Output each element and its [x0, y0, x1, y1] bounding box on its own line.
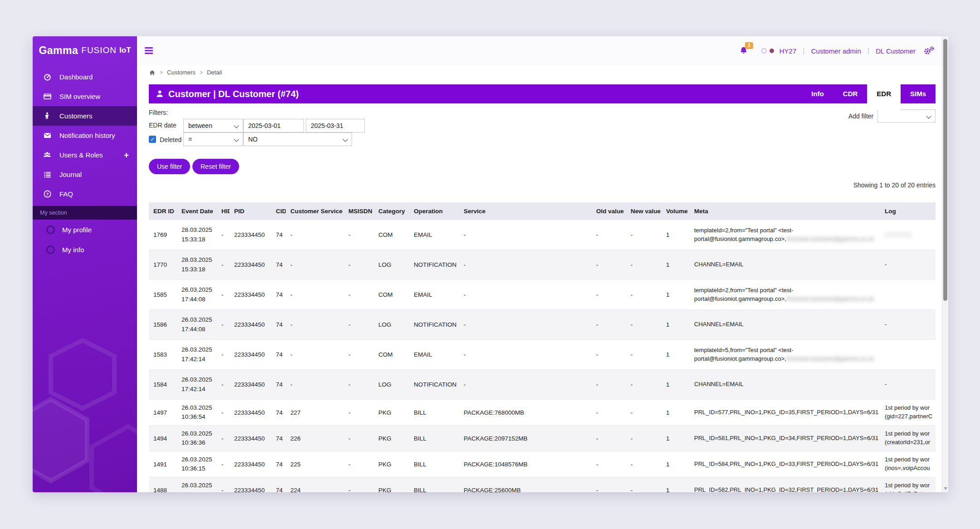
cell-category: COM	[374, 340, 409, 370]
deleted-value: NO	[248, 136, 258, 143]
cell-customer-service: 224	[286, 477, 344, 493]
cell-meta: CHANNEL=EMAIL	[690, 250, 880, 280]
deleted-value-select[interactable]: NO	[243, 132, 352, 146]
deleted-operator-value: =	[188, 136, 192, 143]
sidebar-item-my-info[interactable]: My info	[33, 240, 137, 260]
home-icon[interactable]	[149, 69, 156, 76]
chevron-down-icon	[343, 137, 348, 142]
column-header-old-value[interactable]: Old value	[592, 202, 626, 220]
sidebar-item-customers[interactable]: Customers	[33, 106, 137, 126]
sidebar-item-journal[interactable]: Journal	[33, 165, 137, 184]
customer-link[interactable]: DL Customer	[876, 47, 916, 55]
edr-date-operator-select[interactable]: between	[183, 119, 243, 132]
cell-msisdn: -	[344, 370, 374, 400]
reset-filter-button[interactable]: Reset filter	[192, 159, 239, 174]
brand-word-3: IoT	[119, 46, 131, 55]
edr-date-from-input[interactable]: 2025-03-01	[243, 119, 304, 132]
cell-customer-service: 226	[286, 426, 344, 451]
column-header-pid[interactable]: PID	[230, 202, 271, 220]
tab-cdr[interactable]: CDR	[833, 84, 867, 103]
cell-operation: NOTIFICATION	[409, 370, 459, 400]
cell-category: PKG	[374, 400, 409, 426]
column-header-cid[interactable]: CID	[271, 202, 286, 220]
tab-edr[interactable]: EDR	[867, 84, 901, 110]
column-header-msisdn[interactable]: MSISDN	[344, 202, 374, 220]
sidebar-item-label: My info	[62, 246, 84, 254]
role-link[interactable]: Customer admin	[811, 47, 861, 55]
cell-datetime: 26.03.202510:35:46	[177, 477, 217, 493]
cell-log	[880, 280, 936, 310]
breadcrumb-separator: >	[160, 69, 163, 76]
cell-cid: 74	[271, 280, 286, 310]
cell-msisdn: -	[344, 400, 374, 426]
cell-volume: 1	[662, 220, 690, 250]
deleted-operator-select[interactable]: =	[183, 132, 243, 146]
cell-cid: 74	[271, 400, 286, 426]
scrollbar-thumb[interactable]	[943, 39, 947, 301]
cell-volume: 1	[662, 370, 690, 400]
sidebar-item-users-roles[interactable]: Users & Roles+	[33, 145, 137, 165]
cell-new-value: -	[626, 426, 662, 451]
cell-old-value: -	[592, 220, 626, 250]
add-filter-select[interactable]	[877, 109, 936, 122]
edr-date-to-input[interactable]: 2025-03-31	[306, 119, 365, 132]
notifications-button[interactable]: 3	[739, 45, 750, 56]
sidebar-item-label: FAQ	[59, 190, 73, 198]
cell-old-value: -	[592, 400, 626, 426]
sidebar-item-dashboard[interactable]: Dashboard	[33, 67, 137, 87]
column-header-log[interactable]: Log	[880, 202, 936, 220]
settings-button[interactable]	[923, 45, 935, 56]
menu-toggle-icon[interactable]	[145, 47, 153, 55]
svg-text:?: ?	[46, 191, 49, 196]
column-header-volume[interactable]: Volume	[662, 202, 690, 220]
account-link[interactable]: HY27	[779, 47, 797, 55]
vertical-scrollbar[interactable]	[942, 36, 948, 492]
table-header-row: EDR IDEvent DateHIDPIDCIDCustomer Servic…	[149, 202, 936, 220]
column-header-category[interactable]: Category	[374, 202, 409, 220]
cell-operation: BILL	[409, 451, 459, 477]
tab-info[interactable]: Info	[802, 84, 833, 103]
column-header-hid[interactable]: HID	[217, 202, 230, 220]
cell-meta: PRL_ID=577,PRL_INO=1,PKG_ID=35,FIRST_PER…	[690, 400, 880, 426]
column-header-operation[interactable]: Operation	[409, 202, 459, 220]
cell-old-value: -	[592, 451, 626, 477]
sidebar-item-my-profile[interactable]: My profile	[33, 220, 137, 240]
tab-sims[interactable]: SIMs	[901, 84, 936, 103]
topbar-right-cluster: 3 HY27 | Customer admin | DL Customer	[739, 36, 935, 65]
cell-new-value: -	[626, 477, 662, 493]
cell-new-value: -	[626, 400, 662, 426]
brand-word-2: FUSION	[81, 45, 117, 55]
column-header-service[interactable]: Service	[459, 202, 592, 220]
cell-log	[880, 340, 936, 370]
brand-word-1: Gamma	[39, 44, 78, 57]
cell-new-value: -	[626, 370, 662, 400]
column-header-edr-id[interactable]: EDR ID	[149, 202, 177, 220]
table-row: 177028.03.202515:33:18-22333445074--LOGN…	[149, 250, 936, 280]
redacted-log: xxxxxxxxxx	[885, 231, 912, 238]
cell-category: LOG	[374, 250, 409, 280]
brand-logo[interactable]: Gamma FUSION IoT	[33, 36, 137, 64]
cell-msisdn: -	[344, 340, 374, 370]
column-header-new-value[interactable]: New value	[626, 202, 662, 220]
cell-meta: CHANNEL=EMAIL	[690, 370, 880, 400]
column-header-event-date[interactable]: Event Date	[177, 202, 217, 220]
deleted-filter-checkbox[interactable]: ✓	[149, 136, 156, 143]
cell-datetime: 26.03.202517:44:08	[177, 310, 217, 340]
gauge-icon	[43, 73, 52, 82]
scrollbar-down-arrow-icon[interactable]	[944, 487, 947, 490]
column-header-meta[interactable]: Meta	[690, 202, 880, 220]
cell-msisdn: -	[344, 426, 374, 451]
sidebar-item-notification-history[interactable]: Notification history	[33, 126, 137, 145]
cell-category: PKG	[374, 477, 409, 493]
table-row: 158426.03.202517:42:14-22333445074--LOGN…	[149, 370, 936, 400]
sidebar-item-faq[interactable]: ?FAQ	[33, 184, 137, 204]
sidebar-item-sim-overview[interactable]: SIM overview	[33, 87, 137, 106]
column-header-customer-service[interactable]: Customer Service	[286, 202, 344, 220]
sidebar-item-label: My profile	[62, 226, 92, 234]
use-filter-button[interactable]: Use filter	[149, 159, 190, 174]
cell-old-value: -	[592, 340, 626, 370]
expand-plus-icon[interactable]: +	[124, 151, 129, 159]
breadcrumb-customers[interactable]: Customers	[167, 69, 196, 76]
cell-edr-id: 1488	[149, 477, 177, 493]
edr-table: EDR IDEvent DateHIDPIDCIDCustomer Servic…	[149, 202, 936, 492]
